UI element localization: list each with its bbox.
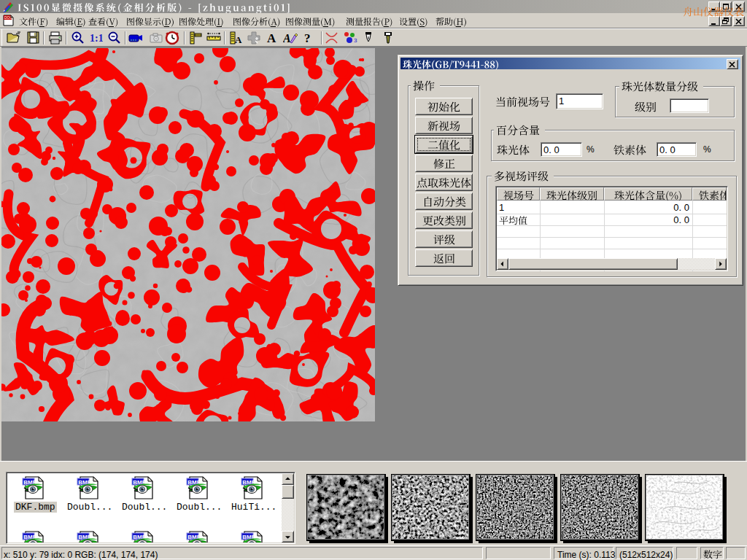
svg-text:A: A [283, 32, 291, 44]
svg-text:?: ? [304, 31, 311, 45]
svg-text:3: 3 [354, 37, 357, 44]
svg-text:1:1: 1:1 [90, 33, 103, 44]
svg-text:A: A [267, 31, 276, 45]
svg-text:A: A [235, 34, 242, 45]
